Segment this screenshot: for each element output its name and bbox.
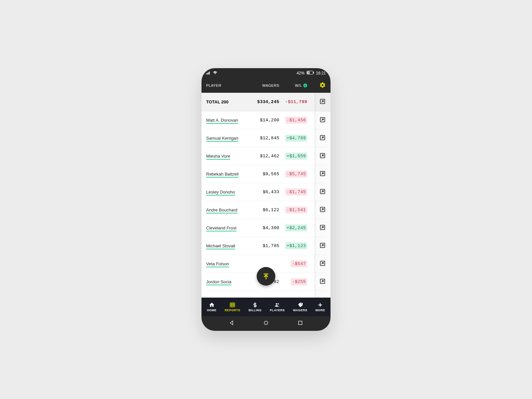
header-player[interactable]: PLAYER (206, 83, 251, 87)
player-wl: +$2,245 (285, 224, 307, 231)
status-bar: 42% 16:21 (201, 68, 331, 78)
export-icon[interactable] (319, 98, 326, 105)
nav-players[interactable]: PLAYERS (270, 302, 285, 312)
total-wl: -$11,789 (279, 99, 307, 104)
svg-rect-3 (209, 71, 210, 74)
svg-rect-2 (208, 72, 209, 74)
player-wagers: $12,845 (251, 136, 279, 141)
player-wagers: $9,565 (251, 172, 279, 177)
table-row: Lesley Donoho$6,433-$1,745 (201, 183, 331, 201)
phone-frame: 42% 16:21 PLAYER WAGERS W/L i TOTAL 200 … (201, 68, 331, 331)
player-wagers: $6,433 (251, 190, 279, 195)
table-row: Samual Kerrigan$12,845+$4,789 (201, 129, 331, 147)
player-wagers: $14,200 (251, 118, 279, 123)
header-wagers[interactable]: WAGERS (251, 83, 279, 87)
table-row: Miesha Vore$12,462+$1,659 (201, 147, 331, 165)
header-wl[interactable]: W/L i (279, 83, 307, 87)
cell-signal-icon (206, 71, 211, 75)
player-name[interactable]: Cleveland Frost (206, 225, 236, 231)
svg-rect-31 (298, 321, 302, 325)
scroll-to-top-button[interactable] (257, 267, 275, 286)
settings-icon[interactable] (319, 85, 326, 89)
svg-rect-20 (230, 303, 235, 307)
player-wl: -$255 (291, 278, 307, 285)
player-name[interactable]: Matt A. Donovan (206, 118, 238, 124)
recents-icon[interactable] (297, 320, 303, 327)
export-icon[interactable] (319, 134, 326, 141)
home-icon[interactable] (263, 320, 269, 327)
player-name[interactable]: Rebekah Baltzell (206, 172, 239, 178)
svg-point-27 (301, 304, 302, 305)
table-row: Andre Bouchard$6,122-$1,541 (201, 201, 331, 219)
export-icon[interactable] (319, 170, 326, 177)
table-row: Michael Stovall$1,785+$1,123 (201, 237, 331, 255)
player-name[interactable]: Lesley Donoho (206, 190, 235, 196)
nav-billing[interactable]: BILLING (248, 302, 262, 312)
info-icon[interactable]: i (303, 83, 307, 87)
clock: 16:21 (316, 71, 326, 75)
svg-point-26 (278, 303, 279, 305)
table-row: Rebekah Baltzell$9,565-$5,745 (201, 165, 331, 183)
wifi-icon (213, 71, 217, 75)
export-icon[interactable] (319, 260, 326, 267)
player-wagers: $1,785 (251, 243, 279, 248)
player-wl: +$1,659 (285, 153, 307, 160)
export-icon[interactable] (319, 242, 326, 249)
player-wagers: $12,462 (251, 154, 279, 159)
nav-more[interactable]: MORE (316, 302, 325, 312)
table-content: TOTAL 200 $334,245 -$11,789 Matt A. Dono… (201, 93, 331, 298)
svg-point-30 (264, 321, 268, 325)
player-wl: -$1,456 (285, 117, 307, 124)
player-name[interactable]: Veta Folson (206, 261, 229, 267)
player-wl: -$1,745 (285, 189, 307, 196)
nav-reports[interactable]: REPORTS (225, 302, 240, 312)
svg-rect-0 (206, 73, 207, 74)
battery-icon (307, 71, 314, 75)
export-icon[interactable] (319, 224, 326, 231)
player-name[interactable]: Samual Kerrigan (206, 136, 238, 142)
player-wl: -$5,745 (285, 171, 307, 178)
player-wl: +$1,123 (285, 242, 307, 249)
total-wagers: $334,245 (251, 99, 279, 104)
player-wagers: $4,300 (251, 225, 279, 230)
export-icon[interactable] (319, 116, 326, 123)
player-name[interactable]: Jordon Socia (206, 279, 231, 285)
back-icon[interactable] (229, 320, 235, 327)
svg-point-25 (276, 303, 278, 305)
svg-rect-1 (207, 73, 208, 74)
svg-rect-5 (313, 72, 314, 73)
export-icon[interactable] (319, 278, 326, 285)
export-icon[interactable] (319, 188, 326, 195)
table-row: Cleveland Frost$4,300+$2,245 (201, 219, 331, 237)
table-row: Matt A. Donovan$14,200-$1,456 (201, 111, 331, 129)
table-header: PLAYER WAGERS W/L i (201, 78, 331, 93)
player-name[interactable]: Miesha Vore (206, 154, 230, 160)
total-row: TOTAL 200 $334,245 -$11,789 (201, 93, 331, 111)
system-nav (201, 316, 331, 331)
total-label: TOTAL 200 (206, 99, 251, 104)
player-wl: +$4,789 (285, 135, 307, 142)
player-name[interactable]: Michael Stovall (206, 243, 235, 249)
export-icon[interactable] (319, 152, 326, 159)
player-name[interactable]: Andre Bouchard (206, 207, 237, 213)
battery-percent: 42% (297, 71, 305, 75)
nav-wagers[interactable]: WAGERS (293, 302, 307, 312)
bottom-nav: HOME REPORTS BILLING PLAYERS WAGERS MORE (201, 298, 331, 316)
export-icon[interactable] (319, 206, 326, 213)
nav-home[interactable]: HOME (207, 302, 216, 312)
player-wl: -$1,541 (285, 206, 307, 213)
player-wagers: $6,122 (251, 207, 279, 212)
player-wl: -$547 (291, 260, 307, 267)
